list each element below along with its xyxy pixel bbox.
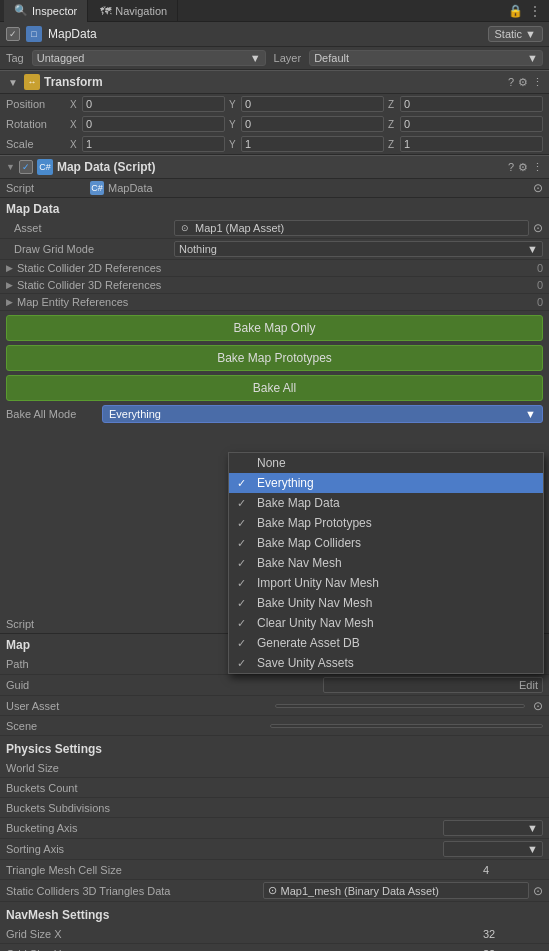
scale-z-input[interactable]: 1 bbox=[400, 136, 543, 152]
transform-section-header[interactable]: ▼ ↔ Transform ? ⚙ ⋮ bbox=[0, 70, 549, 94]
everything-check: ✓ bbox=[237, 477, 251, 490]
position-y-input[interactable]: 0 bbox=[241, 96, 384, 112]
static-3d-target-icon[interactable]: ⊙ bbox=[533, 884, 543, 898]
menu-icon[interactable]: ⋮ bbox=[529, 4, 541, 18]
navmesh-title: NavMesh Settings bbox=[0, 902, 549, 924]
rotation-x-axis: X bbox=[70, 119, 80, 130]
bucketing-axis-select[interactable]: ▼ bbox=[443, 820, 543, 836]
static-collider-2d-row[interactable]: ▶ Static Collider 2D References 0 bbox=[0, 260, 549, 277]
static-3d-label: Static Colliders 3D Triangles Data bbox=[6, 885, 263, 897]
grid-size-x-value: 32 bbox=[483, 928, 543, 940]
lock-icon[interactable]: 🔒 bbox=[508, 4, 523, 18]
tri-mesh-row: Triangle Mesh Cell Size 4 bbox=[0, 860, 549, 880]
rotation-z-input[interactable]: 0 bbox=[400, 116, 543, 132]
comp-settings-btn[interactable]: ⚙ bbox=[518, 161, 528, 174]
guid-value-box[interactable]: Edit bbox=[323, 677, 543, 693]
asset-row: Asset ⊙ Map1 (Map Asset) ⊙ bbox=[0, 218, 549, 239]
draw-grid-arrow: ▼ bbox=[527, 243, 538, 255]
guid-row: Guid Edit bbox=[0, 675, 549, 696]
dropdown-item-generate-asset-db[interactable]: ✓ Generate Asset DB bbox=[229, 633, 543, 653]
static-button[interactable]: Static ▼ bbox=[488, 26, 543, 42]
asset-value-text: Map1 (Map Asset) bbox=[195, 222, 284, 234]
tag-layer-row: Tag Untagged ▼ Layer Default ▼ bbox=[0, 47, 549, 70]
gad-check: ✓ bbox=[237, 637, 251, 650]
bake-all-button[interactable]: Bake All bbox=[6, 375, 543, 401]
dropdown-item-import-unity-nav[interactable]: ✓ Import Unity Nav Mesh bbox=[229, 573, 543, 593]
comp-help-btn[interactable]: ? bbox=[508, 161, 514, 174]
navmesh-settings-section: NavMesh Settings Grid Size X 32 Grid Siz… bbox=[0, 902, 549, 951]
position-x-input[interactable]: 0 bbox=[82, 96, 225, 112]
navigation-tab-label: Navigation bbox=[115, 5, 167, 17]
tag-select[interactable]: Untagged ▼ bbox=[32, 50, 266, 66]
everything-label: Everything bbox=[257, 476, 314, 490]
map-data-subtitle: Map Data bbox=[0, 198, 549, 218]
position-x-axis: X bbox=[70, 99, 80, 110]
bake-map-only-button[interactable]: Bake Map Only bbox=[6, 315, 543, 341]
comp-active-checkbox[interactable]: ✓ bbox=[19, 160, 33, 174]
rotation-y-input[interactable]: 0 bbox=[241, 116, 384, 132]
dropdown-item-bake-unity-nav[interactable]: ✓ Bake Unity Nav Mesh bbox=[229, 593, 543, 613]
rotation-y-axis: Y bbox=[229, 119, 239, 130]
rotation-x-input[interactable]: 0 bbox=[82, 116, 225, 132]
static-3d-value-box[interactable]: ⊙ Map1_mesh (Binary Data Asset) bbox=[263, 882, 530, 899]
draw-grid-label: Draw Grid Mode bbox=[14, 243, 174, 255]
bmc-label: Bake Map Colliders bbox=[257, 536, 361, 550]
comp-menu-btn[interactable]: ⋮ bbox=[532, 161, 543, 174]
user-asset-target-icon[interactable]: ⊙ bbox=[533, 699, 543, 713]
scale-y-input[interactable]: 1 bbox=[241, 136, 384, 152]
bake-mode-label: Bake All Mode bbox=[6, 408, 96, 420]
map-data-component-header[interactable]: ▼ ✓ C# Map Data (Script) ? ⚙ ⋮ bbox=[0, 155, 549, 179]
iun-label: Import Unity Nav Mesh bbox=[257, 576, 379, 590]
sua-label: Save Unity Assets bbox=[257, 656, 354, 670]
comp-collapse-arrow: ▼ bbox=[6, 162, 15, 172]
sc3d-label: Static Collider 3D References bbox=[17, 279, 161, 291]
bake-mode-select[interactable]: Everything ▼ bbox=[102, 405, 543, 423]
bake-map-prototypes-button[interactable]: Bake Map Prototypes bbox=[6, 345, 543, 371]
dropdown-item-save-unity-assets[interactable]: ✓ Save Unity Assets bbox=[229, 653, 543, 673]
bucketing-axis-label: Bucketing Axis bbox=[6, 822, 443, 834]
object-active-checkbox[interactable]: ✓ bbox=[6, 27, 20, 41]
draw-grid-select[interactable]: Nothing ▼ bbox=[174, 241, 543, 257]
dropdown-item-everything[interactable]: ✓ Everything bbox=[229, 473, 543, 493]
dropdown-item-bake-map-colliders[interactable]: ✓ Bake Map Colliders bbox=[229, 533, 543, 553]
user-asset-box[interactable] bbox=[275, 704, 526, 708]
guid-edit-btn[interactable]: Edit bbox=[519, 679, 538, 691]
tab-navigation[interactable]: 🗺 Navigation bbox=[90, 0, 178, 22]
world-size-label: World Size bbox=[6, 762, 483, 774]
position-z-input[interactable]: 0 bbox=[400, 96, 543, 112]
bake-mode-dropdown: None ✓ Everything ✓ Bake Map Data ✓ Bake… bbox=[228, 452, 544, 674]
bmd-check: ✓ bbox=[237, 497, 251, 510]
sorting-axis-select[interactable]: ▼ bbox=[443, 841, 543, 857]
asset-value-box[interactable]: ⊙ Map1 (Map Asset) bbox=[174, 220, 529, 236]
dropdown-item-clear-unity-nav[interactable]: ✓ Clear Unity Nav Mesh bbox=[229, 613, 543, 633]
scale-z-axis: Z bbox=[388, 139, 398, 150]
static-3d-row: Static Colliders 3D Triangles Data ⊙ Map… bbox=[0, 880, 549, 902]
transform-icon: ↔ bbox=[24, 74, 40, 90]
layer-value: Default bbox=[314, 52, 349, 64]
scene-value-box[interactable] bbox=[270, 724, 544, 728]
asset-field-label: Asset bbox=[14, 222, 174, 234]
asset-type-icon: ⊙ bbox=[179, 222, 191, 234]
transform-settings-btn[interactable]: ⚙ bbox=[518, 76, 528, 89]
tab-inspector[interactable]: 🔍 Inspector bbox=[4, 0, 88, 22]
transform-section: Position X 0 Y 0 Z 0 Rotation bbox=[0, 94, 549, 155]
transform-menu-btn[interactable]: ⋮ bbox=[532, 76, 543, 89]
script-target-icon[interactable]: ⊙ bbox=[533, 181, 543, 195]
static-collider-3d-row[interactable]: ▶ Static Collider 3D References 0 bbox=[0, 277, 549, 294]
sc3d-arrow: ▶ bbox=[6, 280, 13, 290]
dropdown-item-none[interactable]: None bbox=[229, 453, 543, 473]
inspector-tab-label: Inspector bbox=[32, 5, 77, 17]
dropdown-item-bake-nav-mesh[interactable]: ✓ Bake Nav Mesh bbox=[229, 553, 543, 573]
dropdown-item-bake-map-data[interactable]: ✓ Bake Map Data bbox=[229, 493, 543, 513]
layer-select[interactable]: Default ▼ bbox=[309, 50, 543, 66]
navigation-tab-icon: 🗺 bbox=[100, 5, 111, 17]
asset-target-icon[interactable]: ⊙ bbox=[533, 221, 543, 235]
map-entity-row[interactable]: ▶ Map Entity References 0 bbox=[0, 294, 549, 311]
scale-x-input[interactable]: 1 bbox=[82, 136, 225, 152]
scale-row: Scale X 1 Y 1 Z 1 bbox=[0, 134, 549, 154]
sc2d-arrow: ▶ bbox=[6, 263, 13, 273]
transform-collapse-icon: ▼ bbox=[6, 75, 20, 89]
transform-help-btn[interactable]: ? bbox=[508, 76, 514, 88]
sua-check: ✓ bbox=[237, 657, 251, 670]
dropdown-item-bake-map-prototypes[interactable]: ✓ Bake Map Prototypes bbox=[229, 513, 543, 533]
